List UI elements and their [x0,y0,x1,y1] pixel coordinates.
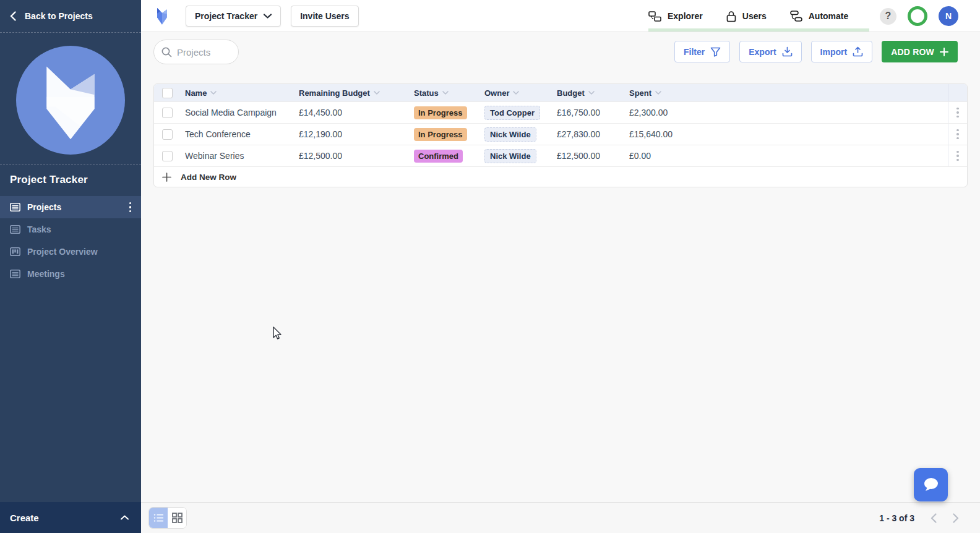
table-row: Social Media Campaign £14,450.00 In Prog… [154,101,967,123]
column-header[interactable]: Budget [552,88,624,98]
filter-button[interactable]: Filter [674,41,730,62]
flow-icon [790,11,802,22]
grid-view-icon [172,513,183,523]
lock-icon [726,11,736,22]
tab-explorer[interactable]: Explorer [648,11,703,22]
back-to-projects-button[interactable]: Back to Projects [0,0,141,32]
row-select-cell [154,108,180,118]
row-menu-icon[interactable] [948,124,967,145]
cell-owner[interactable]: Nick Wilde [479,127,552,142]
cell-remaining-budget[interactable]: £14,450.00 [294,108,409,117]
tab-label: Explorer [668,11,703,21]
workspace-selector-label: Project Tracker [195,11,257,21]
tab-label: Automate [809,11,849,21]
cell-remaining-budget[interactable]: £12,190.00 [294,129,409,139]
tab-automate[interactable]: Automate [790,11,849,22]
column-header[interactable]: Owner [479,88,552,98]
chat-button[interactable] [914,468,948,501]
sidebar-item-project-overview[interactable]: Project Overview [0,241,141,263]
prev-page-icon[interactable] [931,513,937,523]
owner-chip[interactable]: Nick Wilde [484,127,536,142]
column-header[interactable]: Status [409,88,479,98]
sort-chevron-icon [374,91,380,95]
column-header[interactable]: Remaining Budget [294,88,409,98]
add-row-button[interactable]: ADD ROW [882,41,958,62]
kanban-icon [10,247,20,256]
status-badge[interactable]: Confirmed [414,150,463,163]
invite-users-button[interactable]: Invite Users [291,6,358,27]
cell-owner[interactable]: Tod Copper [479,106,552,120]
item-menu-icon[interactable] [129,202,132,213]
search-box[interactable] [153,40,239,64]
workspace-title: Project Tracker [10,174,131,186]
next-page-icon[interactable] [953,513,959,523]
toolbar-actions: Filter Export Import ADD ROW [674,41,958,62]
filter-label: Filter [684,47,705,57]
add-row-label: ADD ROW [891,47,934,57]
cell-spent[interactable]: £0.00 [624,151,948,161]
cell-status[interactable]: Confirmed [409,150,479,163]
workspace-selector[interactable]: Project Tracker [186,6,281,27]
row-checkbox[interactable] [162,108,173,118]
top-tabs: Explorer Users Automate [648,0,848,32]
row-menu-icon[interactable] [948,145,967,166]
export-label: Export [749,47,776,57]
user-avatar[interactable]: N [939,6,958,26]
export-button[interactable]: Export [739,41,801,62]
divider [0,32,141,33]
search-input[interactable] [177,47,226,58]
row-checkbox[interactable] [162,129,173,140]
create-button[interactable]: Create [0,502,141,533]
view-toggle [148,507,187,529]
list-view-button[interactable] [149,508,168,528]
cell-status[interactable]: In Progress [409,128,479,141]
topbar: Project Tracker Invite Users Explorer Us… [141,0,980,32]
sidebar-item-projects[interactable]: Projects [0,196,141,218]
back-label: Back to Projects [25,11,93,21]
chevron-down-icon [264,14,272,19]
grid-view-button[interactable] [168,508,186,528]
cell-budget[interactable]: £27,830.00 [552,129,624,139]
cell-name[interactable]: Social Media Campaign [180,108,294,117]
invite-users-label: Invite Users [300,11,349,21]
plus-icon [940,48,948,56]
cell-name[interactable]: Webinar Series [180,151,294,161]
bottom-bar: 1 - 3 of 3 [141,502,980,533]
help-label: ? [885,11,892,22]
import-button[interactable]: Import [811,41,873,62]
column-header[interactable]: Name [180,88,294,98]
cell-status[interactable]: In Progress [409,106,479,119]
row-checkbox[interactable] [162,151,173,161]
tabs-underline [648,28,869,32]
sort-chevron-icon [210,91,217,95]
cell-spent[interactable]: £15,640.00 [624,129,948,139]
main-area: Project Tracker Invite Users Explorer Us… [141,0,980,533]
table-icon [10,270,20,278]
cell-name[interactable]: Tech Conference [180,129,294,139]
select-all-checkbox[interactable] [162,88,173,98]
tab-users[interactable]: Users [726,11,767,22]
cell-remaining-budget[interactable]: £12,500.00 [294,151,409,161]
sidebar-item-meetings[interactable]: Meetings [0,263,141,285]
sidebar-item-tasks[interactable]: Tasks [0,218,141,241]
table-header-row: Name Remaining Budget Status Owner Budge… [154,84,967,101]
status-badge[interactable]: In Progress [414,106,467,119]
presence-indicator[interactable] [908,6,927,26]
cell-spent[interactable]: £2,300.00 [624,108,948,117]
cell-owner[interactable]: Nick Wilde [479,149,552,163]
chevron-left-icon [10,11,16,21]
add-new-row-button[interactable]: Add New Row [154,166,967,187]
owner-chip[interactable]: Tod Copper [484,106,540,120]
plus-icon [162,173,171,182]
sidebar-nav: Projects Tasks Project Overview Meetings [0,196,141,285]
status-badge[interactable]: In Progress [414,128,467,141]
help-button[interactable]: ? [880,8,896,25]
funnel-icon [710,47,721,57]
owner-chip[interactable]: Nick Wilde [484,149,536,163]
column-header[interactable]: Spent [624,88,948,98]
cell-budget[interactable]: £16,750.00 [552,108,624,117]
cell-budget[interactable]: £12,500.00 [552,151,624,161]
upload-icon [853,46,863,57]
column-header-label: Name [185,88,207,98]
row-menu-icon[interactable] [948,102,967,123]
